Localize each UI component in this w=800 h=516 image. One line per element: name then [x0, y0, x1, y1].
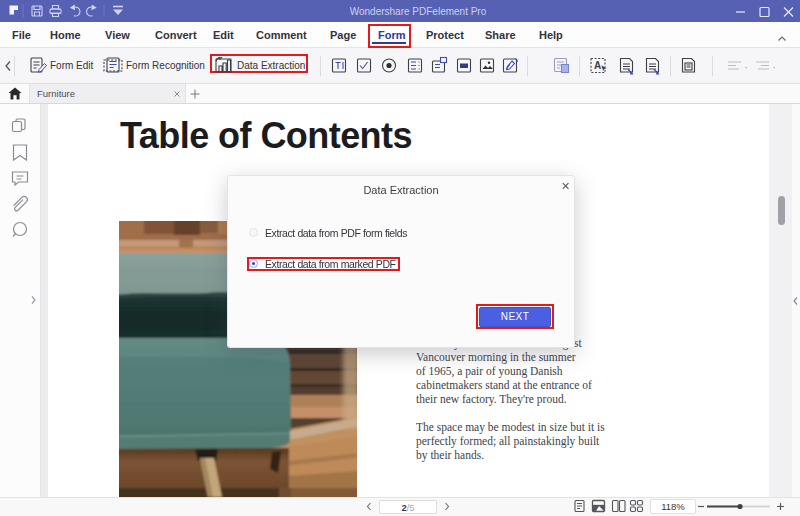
svg-text:A: A [594, 60, 601, 71]
